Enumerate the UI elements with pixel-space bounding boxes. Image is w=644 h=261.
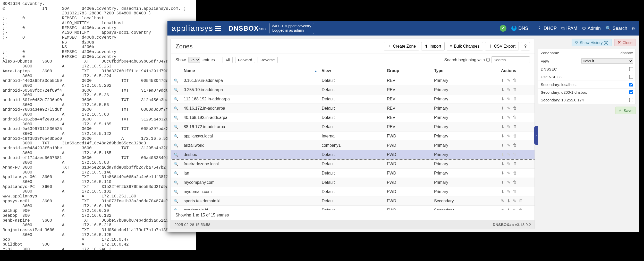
edit-icon[interactable]: ✎ bbox=[507, 115, 510, 120]
inspect-row[interactable] bbox=[171, 104, 181, 113]
inspect-row[interactable] bbox=[171, 122, 181, 132]
table-row[interactable]: mydomain.comDefaultFWDPrimary⬇✎🗑 bbox=[171, 187, 535, 196]
download-icon[interactable]: ⬇ bbox=[501, 124, 504, 129]
edit-icon[interactable]: ✎ bbox=[507, 143, 510, 148]
inspect-row[interactable] bbox=[171, 94, 181, 104]
nsec3-checkbox[interactable] bbox=[629, 75, 633, 79]
table-row[interactable]: 0.255.10.in-addr.arpaDefaultREVPrimary⬇✎… bbox=[171, 85, 535, 94]
logout-icon[interactable]: ⎋ bbox=[632, 26, 635, 31]
filter-all[interactable]: All bbox=[223, 57, 233, 63]
edit-icon[interactable]: ✎ bbox=[513, 198, 516, 203]
edit-icon[interactable]: ✎ bbox=[507, 171, 510, 176]
delete-icon[interactable]: 🗑 bbox=[513, 152, 517, 157]
table-row[interactable]: 112.168.192.in-addr.arpaDefaultREVPrimar… bbox=[171, 94, 535, 104]
help-button[interactable]: ? bbox=[521, 42, 530, 50]
inspect-row[interactable] bbox=[171, 196, 181, 206]
csv-export-button[interactable]: ⭳CSV Export bbox=[485, 42, 519, 50]
download-icon[interactable]: ⬇ bbox=[501, 134, 504, 138]
delete-icon[interactable]: 🗑 bbox=[513, 97, 517, 101]
table-row[interactable]: 40.168.192.in-addr.arpaDefaultREVPrimary… bbox=[171, 113, 535, 122]
refresh-icon[interactable]: ↻ bbox=[501, 208, 504, 210]
inspect-row[interactable] bbox=[171, 178, 181, 187]
col-type[interactable]: Type bbox=[431, 66, 498, 76]
delete-icon[interactable]: 🗑 bbox=[513, 87, 517, 92]
create-zone-button[interactable]: ＋Create Zone bbox=[384, 42, 419, 50]
logo[interactable]: appliansys bbox=[172, 24, 221, 33]
search-input[interactable] bbox=[491, 56, 530, 63]
nav-dhcp[interactable]: ⋮⋮DHCP bbox=[533, 25, 557, 31]
edit-icon[interactable]: ✎ bbox=[507, 87, 510, 92]
refresh-icon[interactable]: ↻ bbox=[501, 198, 504, 203]
delete-icon[interactable]: 🗑 bbox=[513, 171, 517, 176]
download-icon[interactable]: ⬇ bbox=[501, 78, 504, 83]
bulk-changes-button[interactable]: ≡Bulk Changes bbox=[447, 42, 483, 50]
filter-forward[interactable]: Forward bbox=[235, 57, 255, 63]
inspect-row[interactable] bbox=[171, 169, 181, 178]
edit-icon[interactable]: ✎ bbox=[507, 106, 510, 111]
inspect-row[interactable] bbox=[171, 206, 181, 211]
table-row[interactable]: arizal.worldcompany1FWDPrimary⬇✎🗑 bbox=[171, 141, 535, 150]
close-button[interactable]: ✖Close bbox=[614, 39, 636, 46]
edit-icon[interactable]: ✎ bbox=[507, 124, 510, 129]
delete-icon[interactable]: 🗑 bbox=[513, 180, 517, 185]
download-icon[interactable]: ⬇ bbox=[501, 143, 504, 148]
collapse-handle[interactable]: › bbox=[534, 126, 538, 145]
table-row[interactable]: testdomain.klDefaultFWDSecondary↻⬇✎🗑 bbox=[171, 206, 535, 211]
secondary-10255-checkbox[interactable] bbox=[629, 98, 633, 102]
inspect-row[interactable] bbox=[171, 141, 181, 150]
edit-icon[interactable]: ✎ bbox=[507, 152, 510, 157]
table-row[interactable]: mycompany.comDefaultFWDPrimary⬇✎🗑 bbox=[171, 178, 535, 187]
delete-icon[interactable]: 🗑 bbox=[513, 189, 517, 194]
edit-icon[interactable]: ✎ bbox=[507, 161, 510, 166]
filter-reverse[interactable]: Reverse bbox=[258, 57, 278, 63]
import-button[interactable]: ⬆Import bbox=[421, 42, 444, 50]
delete-icon[interactable]: 🗑 bbox=[513, 134, 517, 138]
inspect-row[interactable] bbox=[171, 85, 181, 94]
download-icon[interactable]: ⬇ bbox=[501, 87, 504, 92]
inspect-row[interactable] bbox=[171, 150, 181, 159]
table-row[interactable]: 88.16.172.in-addr.arpaDefaultREVPrimary⬇… bbox=[171, 122, 535, 132]
delete-icon[interactable]: 🗑 bbox=[519, 208, 523, 210]
inspect-row[interactable] bbox=[171, 113, 181, 122]
delete-icon[interactable]: 🗑 bbox=[513, 106, 517, 111]
edit-icon[interactable]: ✎ bbox=[507, 189, 510, 194]
delete-icon[interactable]: 🗑 bbox=[519, 198, 523, 203]
table-row[interactable]: lanDefaultFWDPrimary⬇✎🗑 bbox=[171, 169, 535, 178]
dnssec-checkbox[interactable] bbox=[629, 67, 633, 71]
search-beginning-checkbox[interactable] bbox=[486, 58, 490, 62]
per-page-select[interactable]: 25 bbox=[188, 57, 200, 63]
download-icon[interactable]: ⬇ bbox=[501, 152, 504, 157]
col-view[interactable]: View bbox=[319, 66, 384, 76]
table-row[interactable]: 0.161.59.in-addr.arpaDefaultREVPrimary⬇✎… bbox=[171, 76, 535, 85]
delete-icon[interactable]: 🗑 bbox=[513, 78, 517, 83]
nav-dns[interactable]: 🌐DNS bbox=[511, 25, 528, 31]
edit-icon[interactable]: ✎ bbox=[507, 97, 510, 101]
edit-icon[interactable]: ✎ bbox=[507, 180, 510, 185]
view-select[interactable]: Default bbox=[581, 58, 633, 64]
col-name[interactable]: Name bbox=[181, 66, 319, 76]
table-row[interactable]: 40.16.172.in-addr.arpaDefaultREVPrimary⬇… bbox=[171, 104, 535, 113]
download-icon[interactable]: ⬇ bbox=[507, 198, 510, 203]
delete-icon[interactable]: 🗑 bbox=[513, 115, 517, 120]
secondary-localhost-checkbox[interactable] bbox=[629, 83, 633, 87]
status-ok-icon[interactable] bbox=[500, 25, 506, 32]
download-icon[interactable]: ⬇ bbox=[501, 115, 504, 120]
nav-admin[interactable]: ⚙Admin bbox=[582, 25, 601, 31]
save-button[interactable]: ✓Save bbox=[615, 107, 636, 114]
download-icon[interactable]: ⬇ bbox=[501, 161, 504, 166]
download-icon[interactable]: ⬇ bbox=[501, 171, 504, 176]
edit-icon[interactable]: ✎ bbox=[507, 134, 510, 138]
download-icon[interactable]: ⬇ bbox=[501, 97, 504, 101]
col-group[interactable]: Group bbox=[384, 66, 431, 76]
download-icon[interactable]: ⬇ bbox=[501, 106, 504, 111]
download-icon[interactable]: ⬇ bbox=[501, 180, 504, 185]
table-row[interactable]: appliansys.localInternalFWDPrimary⬇✎🗑 bbox=[171, 132, 535, 141]
inspect-row[interactable] bbox=[171, 159, 181, 169]
secondary-d200-checkbox[interactable] bbox=[629, 90, 633, 94]
nav-search[interactable]: 🔍Search bbox=[605, 25, 627, 31]
table-row[interactable]: dnsboxDefaultFWDPrimary⬇✎🗑 bbox=[171, 150, 535, 159]
edit-icon[interactable]: ✎ bbox=[507, 78, 510, 83]
download-icon[interactable]: ⬇ bbox=[501, 189, 504, 194]
delete-icon[interactable]: 🗑 bbox=[513, 124, 517, 129]
show-history-button[interactable]: ↻Show History (0) bbox=[572, 39, 612, 46]
